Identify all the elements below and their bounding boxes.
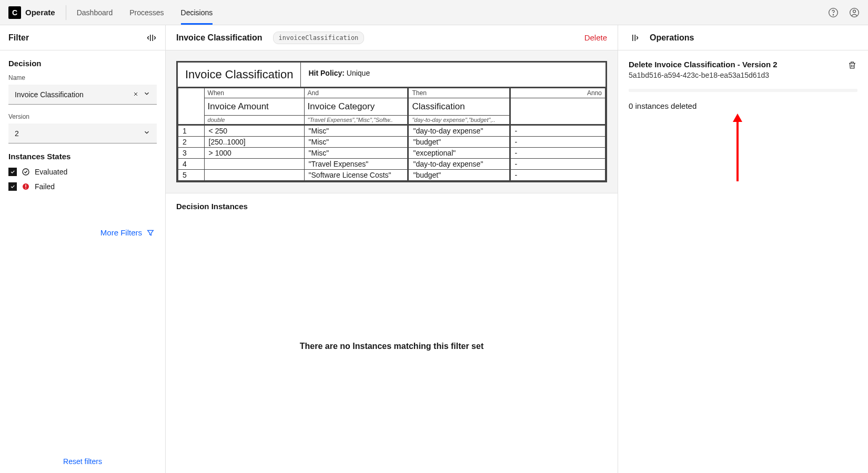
cell-and: "Travel Expenses"	[304, 159, 408, 170]
filter-icon	[146, 229, 155, 237]
col-when-label: When	[204, 88, 304, 98]
version-label: Version	[8, 113, 157, 120]
reset-filters-link[interactable]: Reset filters	[63, 457, 102, 466]
help-icon[interactable]	[828, 7, 839, 18]
cell-anno: -	[510, 148, 605, 159]
name-select[interactable]: Invoice Classification	[8, 85, 157, 105]
cell-when: [250..1000]	[204, 137, 304, 148]
app-name: Operate	[25, 8, 55, 17]
svg-point-4	[23, 169, 29, 175]
failed-checkbox[interactable]	[8, 182, 17, 191]
decision-panel: Invoice Classification invoiceClassifica…	[166, 25, 618, 473]
logo-icon: C	[8, 6, 21, 19]
failed-label: Failed	[35, 182, 55, 191]
col-and-label: And	[304, 88, 408, 98]
col-when-type: double	[204, 116, 304, 125]
states-section-title: Instances States	[8, 152, 157, 161]
chevron-down-icon	[143, 90, 150, 99]
operation-id: 5a1bd516-a594-423c-be18-ea53a15d61d3	[629, 71, 778, 79]
cell-then: "budget"	[408, 170, 510, 181]
delete-button[interactable]: Delete	[584, 33, 607, 42]
evaluated-checkbox[interactable]	[8, 168, 17, 176]
operation-status: 0 instances deleted	[629, 101, 857, 110]
cell-and: "Software License Costs"	[304, 170, 408, 181]
dmn-row[interactable]: 1< 250"Misc""day-to-day expense"-	[178, 125, 605, 137]
decision-id-badge: invoiceClassification	[273, 32, 365, 44]
instances-body: There are no Instances matching this fil…	[166, 219, 618, 473]
nav-dashboard[interactable]: Dashboard	[77, 1, 113, 24]
dmn-row[interactable]: 5"Software License Costs""budget"-	[178, 170, 605, 181]
cell-then: "day-to-day expense"	[408, 159, 510, 170]
cell-then: "day-to-day expense"	[408, 125, 510, 137]
instances-header: Decision Instances	[166, 193, 618, 219]
filter-title: Filter	[8, 33, 29, 43]
operations-panel: Operations Delete Invoice Classification…	[618, 25, 868, 473]
dmn-table-title: Invoice Classification	[178, 63, 301, 87]
cell-anno: -	[510, 125, 605, 137]
decision-section-title: Decision	[8, 59, 157, 68]
evaluated-icon	[21, 167, 31, 177]
cell-and: "Misc"	[304, 125, 408, 137]
empty-message: There are no Instances matching this fil…	[300, 342, 483, 351]
col-anno-label: Anno	[510, 88, 605, 98]
dmn-row[interactable]: 4"Travel Expenses""day-to-day expense"-	[178, 159, 605, 170]
name-value: Invoice Classification	[15, 90, 133, 99]
dmn-row[interactable]: 2[250..1000]"Misc""budget"-	[178, 137, 605, 148]
filter-panel: Filter Decision Name Invoice Classificat…	[0, 25, 166, 473]
decision-title: Invoice Classification	[176, 33, 263, 43]
hit-policy: Hit Policy: Unique	[301, 63, 377, 87]
app-logo[interactable]: C Operate	[8, 6, 55, 19]
svg-rect-6	[25, 184, 26, 187]
app-header: C Operate Dashboard Processes Decisions	[0, 0, 868, 25]
cell-then: "exceptional"	[408, 148, 510, 159]
row-num: 4	[178, 159, 205, 170]
col-then-type: "day-to-day expense","budget",..	[408, 116, 510, 125]
version-value: 2	[15, 129, 143, 138]
name-label: Name	[8, 74, 157, 81]
dmn-row[interactable]: 3> 1000"Misc""exceptional"-	[178, 148, 605, 159]
cell-when: > 1000	[204, 148, 304, 159]
evaluated-label: Evaluated	[35, 168, 67, 176]
row-num: 1	[178, 125, 205, 137]
version-select[interactable]: 2	[8, 124, 157, 143]
expand-panel-icon[interactable]	[629, 33, 639, 43]
operation-title: Delete Invoice Classification - Version …	[629, 60, 778, 69]
cell-then: "budget"	[408, 137, 510, 148]
row-num: 5	[178, 170, 205, 181]
cell-anno: -	[510, 137, 605, 148]
col-and-type: "Travel Expenses","Misc","Softw..	[304, 116, 408, 125]
cell-when	[204, 170, 304, 181]
row-num: 3	[178, 148, 205, 159]
progress-bar	[629, 89, 857, 92]
annotation-arrow	[736, 121, 739, 181]
more-filters-label: More Filters	[100, 228, 142, 237]
user-icon[interactable]	[849, 7, 860, 18]
divider	[66, 5, 66, 20]
svg-point-1	[833, 14, 833, 15]
row-num: 2	[178, 137, 205, 148]
cell-when: < 250	[204, 125, 304, 137]
trash-icon[interactable]	[847, 60, 857, 70]
more-filters-link[interactable]: More Filters	[8, 228, 157, 237]
cell-and: "Misc"	[304, 137, 408, 148]
svg-point-3	[853, 10, 856, 13]
failed-icon	[21, 182, 31, 191]
dmn-viewer: Invoice Classification Hit Policy: Uniqu…	[166, 50, 618, 193]
nav-decisions[interactable]: Decisions	[181, 1, 213, 24]
col-then-name: Classification	[408, 98, 510, 116]
cell-when	[204, 159, 304, 170]
collapse-panel-icon[interactable]	[146, 33, 157, 43]
col-and-name: Invoice Category	[304, 98, 408, 116]
dmn-grid: When And Then Anno Invoice Amount Invoic…	[178, 87, 605, 181]
operations-title: Operations	[650, 33, 694, 43]
nav-processes[interactable]: Processes	[129, 1, 164, 24]
cell-anno: -	[510, 159, 605, 170]
clear-icon[interactable]	[133, 90, 139, 99]
main-nav: Dashboard Processes Decisions	[77, 1, 213, 24]
svg-rect-7	[25, 188, 26, 189]
col-when-name: Invoice Amount	[204, 98, 304, 116]
cell-and: "Misc"	[304, 148, 408, 159]
cell-anno: -	[510, 170, 605, 181]
col-then-label: Then	[408, 88, 510, 98]
chevron-down-icon	[143, 129, 150, 138]
